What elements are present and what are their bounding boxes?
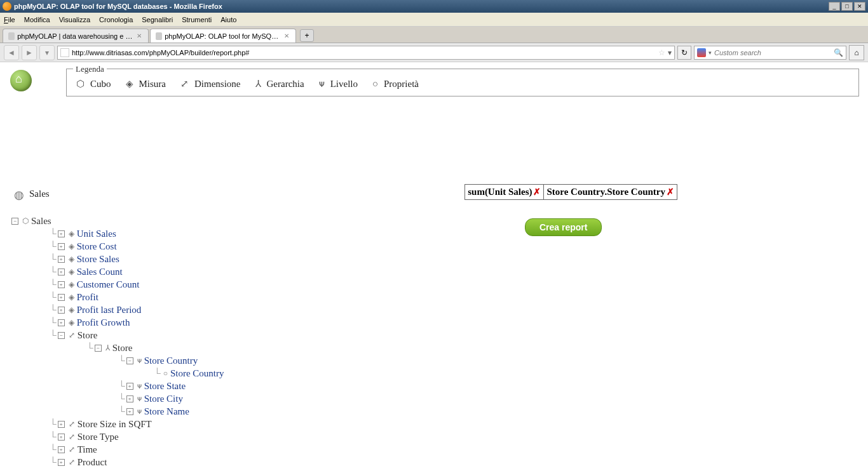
expand-icon[interactable]: + (58, 421, 65, 428)
menu-tools[interactable]: Strumenti (182, 16, 212, 23)
create-report-button[interactable]: Crea report (525, 218, 602, 236)
legend-proprieta: Proprietà (384, 79, 419, 90)
cube-icon (14, 188, 25, 199)
new-tab-button[interactable]: + (300, 29, 314, 42)
expand-icon[interactable]: + (58, 459, 65, 466)
tree-label[interactable]: Store City (144, 394, 183, 404)
dimension-icon: ⤢ (69, 331, 75, 340)
expand-icon[interactable]: + (58, 281, 65, 288)
tree-label[interactable]: Store Sales (77, 254, 119, 265)
search-input[interactable] (714, 49, 831, 56)
tree-measure[interactable]: └+◈Profit Growth (11, 316, 224, 329)
tree-level[interactable]: └+ᴪStore Name (11, 405, 224, 418)
browser-tab-1[interactable]: phpMyOLAP | data warehousing e analisi .… (3, 29, 149, 43)
tab-close-icon[interactable]: ✕ (283, 32, 290, 39)
tree-root[interactable]: − ⬡ Sales (11, 215, 224, 227)
tree-dimension[interactable]: └+⤢Store Type (11, 430, 224, 443)
url-dropdown-icon[interactable]: ▾ (668, 48, 672, 57)
tree-label[interactable]: Store Name (144, 406, 189, 417)
menu-help[interactable]: Aiuto (220, 16, 236, 23)
forward-button[interactable]: ► (22, 45, 37, 60)
expand-icon[interactable]: + (126, 408, 133, 415)
tree-measure[interactable]: └+◈Customer Count (11, 278, 224, 291)
tree-level[interactable]: └+ᴪStore City (11, 392, 224, 405)
tree-measure[interactable]: └+◈Sales Count (11, 265, 224, 278)
expand-icon[interactable]: + (58, 307, 65, 314)
expand-icon[interactable]: + (58, 446, 65, 453)
menu-history[interactable]: Cronologia (99, 16, 133, 23)
tree-label[interactable]: Profit Growth (77, 317, 130, 328)
expand-icon[interactable]: + (58, 434, 65, 441)
tree-dimension[interactable]: └+⤢Store Size in SQFT (11, 418, 224, 430)
expand-icon[interactable]: + (126, 383, 133, 390)
expand-icon[interactable]: + (58, 230, 65, 237)
tree-label[interactable]: Store Country (170, 368, 224, 379)
expand-icon[interactable]: + (58, 269, 65, 275)
tree-measure[interactable]: └+◈Store Cost (11, 240, 224, 253)
tree-measure[interactable]: └+◈Store Sales (11, 253, 224, 265)
tree-label: Store (112, 343, 133, 354)
remove-dimension-icon[interactable]: ✗ (667, 187, 674, 197)
tree-label[interactable]: Store Country (144, 355, 198, 366)
collapse-icon[interactable]: − (58, 332, 65, 339)
measure-icon: ◈ (126, 78, 133, 90)
measure-icon: ◈ (69, 242, 74, 251)
favicon-icon (156, 32, 162, 40)
tree-hierarchy[interactable]: └−⅄Store (11, 342, 224, 354)
close-button[interactable]: ✕ (854, 2, 865, 11)
measure-icon: ◈ (69, 305, 74, 315)
tree-measure[interactable]: └+◈Unit Sales (11, 227, 224, 240)
tree-dimension[interactable]: └−⤢Store (11, 329, 224, 342)
history-button[interactable]: ▾ (39, 45, 55, 60)
tree-label[interactable]: Unit Sales (77, 229, 116, 239)
url-bar[interactable]: ☆ ▾ (57, 46, 675, 60)
collapse-icon[interactable]: − (95, 345, 102, 352)
tree-property[interactable]: └○Store Country (11, 367, 224, 380)
measure-icon: ◈ (69, 267, 74, 277)
tree-measure[interactable]: └+◈Profit last Period (11, 303, 224, 316)
tree-label: Product (78, 457, 107, 468)
tree-label[interactable]: Sales Count (77, 267, 123, 277)
menu-view[interactable]: Visualizza (59, 16, 90, 23)
tab-label: phpMyOLAP | data warehousing e analisi .… (17, 32, 133, 40)
remove-measure-icon[interactable]: ✗ (533, 187, 541, 197)
minimize-button[interactable]: _ (829, 2, 840, 11)
back-button[interactable]: ◄ (4, 45, 19, 60)
tree-label[interactable]: Customer Count (77, 279, 140, 290)
search-box[interactable]: ▾ 🔍 (694, 46, 846, 60)
selection-label: sum(Unit Sales) (468, 187, 532, 197)
tab-close-icon[interactable]: ✕ (135, 32, 143, 39)
menu-bookmarks[interactable]: Segnalibri (142, 16, 173, 23)
dimension-icon: ⤢ (69, 420, 75, 429)
home-button[interactable]: ⌂ (849, 45, 864, 60)
expand-icon[interactable]: + (58, 256, 65, 263)
tree-label[interactable]: Store Cost (77, 241, 117, 252)
selection-box: sum(Unit Sales) ✗ Store Country.Store Co… (465, 184, 677, 200)
expand-icon[interactable]: + (58, 294, 65, 301)
tree-level[interactable]: └−ᴪStore Country (11, 354, 224, 367)
search-submit-icon[interactable]: 🔍 (834, 48, 843, 57)
reload-button[interactable]: ↻ (677, 46, 691, 60)
search-dropdown-icon[interactable]: ▾ (709, 50, 712, 56)
app-home-button[interactable] (10, 70, 32, 91)
tree-label[interactable]: Profit last Period (77, 305, 142, 315)
menu-file[interactable]: File (4, 16, 15, 23)
collapse-icon[interactable]: − (126, 357, 133, 364)
expand-icon[interactable]: + (58, 243, 65, 250)
maximize-button[interactable]: □ (841, 2, 853, 11)
tree-dimension[interactable]: └+⤢Product (11, 456, 224, 468)
bookmark-star-icon[interactable]: ☆ (658, 48, 665, 57)
collapse-icon[interactable]: − (11, 218, 18, 225)
tree-label[interactable]: Profit (77, 292, 98, 303)
menu-edit[interactable]: Modifica (24, 16, 50, 23)
expand-icon[interactable]: + (58, 319, 65, 326)
tree-level[interactable]: └+ᴪStore State (11, 380, 224, 392)
legend-livello: Livello (330, 79, 358, 90)
selected-measure: sum(Unit Sales) ✗ (465, 184, 544, 200)
browser-tab-2[interactable]: phpMyOLAP: OLAP tool for MySQL datab... … (150, 29, 296, 43)
tree-measure[interactable]: └+◈Profit (11, 291, 224, 303)
expand-icon[interactable]: + (126, 395, 133, 402)
tree-dimension[interactable]: └+⤢Time (11, 443, 224, 456)
url-input[interactable] (72, 49, 656, 56)
tree-label[interactable]: Store State (144, 381, 186, 392)
